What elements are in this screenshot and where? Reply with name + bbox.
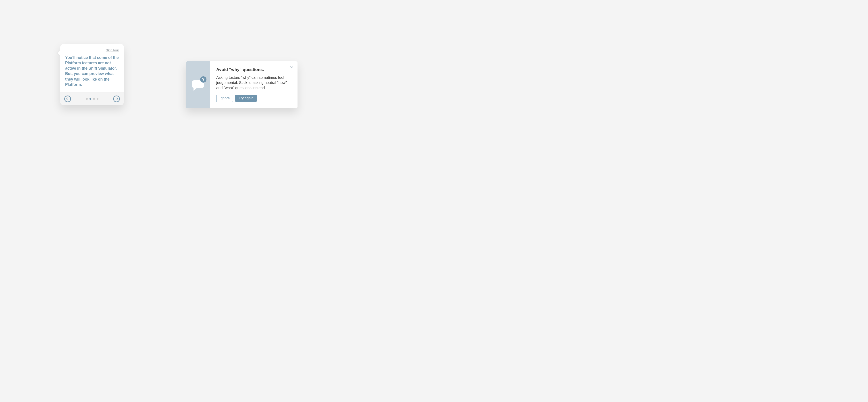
page-dot[interactable] (86, 98, 88, 100)
question-badge-icon: ? (200, 76, 207, 83)
try-again-button[interactable]: Try again (235, 95, 257, 102)
tip-description: Asking texters “why” can sometimes feel … (216, 75, 290, 91)
tour-popover: Skip tour You’ll notice that some of the… (60, 44, 124, 105)
skip-tour-link[interactable]: Skip tour (106, 48, 119, 52)
tour-tail (58, 51, 60, 56)
page-dot[interactable] (93, 98, 95, 100)
tip-body: Avoid “why” questions. Asking texters “w… (210, 61, 298, 108)
tour-footer (60, 92, 124, 105)
tip-icon-rail: ? (186, 61, 210, 108)
collapse-button[interactable] (289, 65, 294, 70)
next-button[interactable] (113, 96, 120, 102)
prev-button[interactable] (64, 96, 71, 102)
tip-title: Avoid “why” questions. (216, 67, 290, 72)
tour-content: Skip tour You’ll notice that some of the… (60, 44, 124, 92)
arrow-left-icon (66, 97, 70, 101)
page-dot[interactable] (97, 98, 98, 100)
skip-row: Skip tour (65, 48, 119, 52)
feedback-tip-card: ? Avoid “why” questions. Asking texters … (186, 61, 298, 108)
chat-bubble-icon: ? (191, 78, 205, 92)
tour-body-text: You’ll notice that some of the Platform … (65, 55, 119, 87)
ignore-button[interactable]: Ignore (216, 95, 233, 102)
tip-actions: Ignore Try again (216, 95, 290, 102)
page-dots (86, 98, 98, 100)
chevron-down-icon (289, 66, 294, 70)
arrow-right-icon (115, 97, 119, 101)
page-dot[interactable] (90, 98, 91, 100)
